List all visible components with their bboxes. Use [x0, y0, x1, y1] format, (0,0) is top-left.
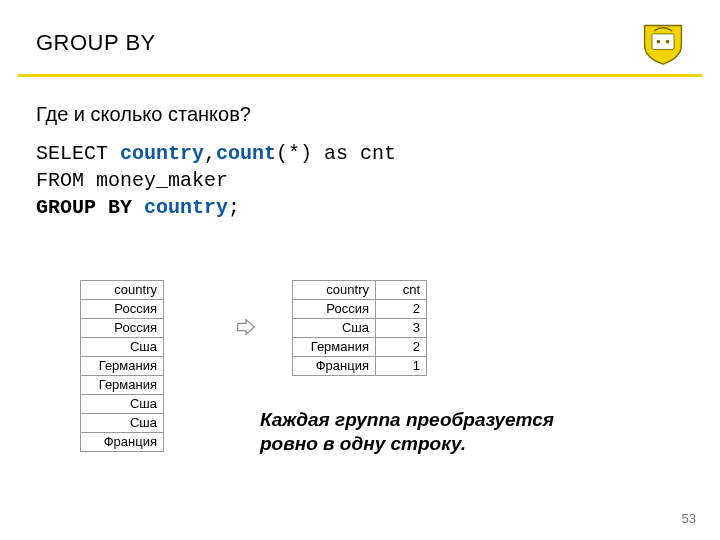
- result-header-country: country: [293, 281, 376, 300]
- cell: Россия: [81, 300, 164, 319]
- cell: Германия: [293, 338, 376, 357]
- sql-comma: ,: [204, 142, 216, 165]
- cell: Россия: [293, 300, 376, 319]
- arrow-right-icon: [235, 316, 257, 342]
- cell: Сша: [81, 414, 164, 433]
- table-row: Россия 2: [293, 300, 427, 319]
- result-header-cnt: cnt: [376, 281, 427, 300]
- cell: Сша: [81, 395, 164, 414]
- page-number: 53: [682, 511, 696, 526]
- cell: 1: [376, 357, 427, 376]
- question-text: Где и сколько станков?: [36, 103, 720, 126]
- cell: 2: [376, 300, 427, 319]
- input-table-header: country: [81, 281, 164, 300]
- brand-logo-icon: [640, 20, 686, 66]
- slide-title: GROUP BY: [36, 30, 156, 56]
- cell: Германия: [81, 357, 164, 376]
- cell: Россия: [81, 319, 164, 338]
- svg-point-2: [666, 40, 670, 44]
- table-row: Сша: [81, 395, 164, 414]
- table-row: Сша: [81, 414, 164, 433]
- sql-code-block: SELECT country,count(*) as cnt FROM mone…: [36, 140, 720, 221]
- sql-groupby-kw: GROUP BY: [36, 196, 144, 219]
- table-row: Россия: [81, 319, 164, 338]
- sql-semicolon: ;: [228, 196, 240, 219]
- sql-count-tail: (*) as cnt: [276, 142, 396, 165]
- sql-func-count: count: [216, 142, 276, 165]
- table-row: Сша 3: [293, 319, 427, 338]
- svg-rect-0: [652, 34, 674, 50]
- cell: Сша: [81, 338, 164, 357]
- explanation-caption: Каждая группа преобразуется ровно в одну…: [260, 408, 590, 456]
- table-row: Германия: [81, 376, 164, 395]
- sql-from-line: FROM money_maker: [36, 169, 228, 192]
- input-table: country Россия Россия Сша Германия Герма…: [80, 280, 164, 452]
- cell: Франция: [293, 357, 376, 376]
- sql-groupby-col: country: [144, 196, 228, 219]
- table-row: Франция: [81, 433, 164, 452]
- table-row: Германия 2: [293, 338, 427, 357]
- sql-col-country: country: [120, 142, 204, 165]
- cell: Сша: [293, 319, 376, 338]
- table-row: Сша: [81, 338, 164, 357]
- table-row: Германия: [81, 357, 164, 376]
- table-row: Россия: [81, 300, 164, 319]
- cell: Германия: [81, 376, 164, 395]
- svg-point-1: [657, 40, 661, 44]
- header-rule: [18, 74, 702, 77]
- result-table: country cnt Россия 2 Сша 3 Германия 2 Фр…: [292, 280, 427, 376]
- cell: 2: [376, 338, 427, 357]
- cell: 3: [376, 319, 427, 338]
- cell: Франция: [81, 433, 164, 452]
- sql-select-kw: SELECT: [36, 142, 120, 165]
- table-row: Франция 1: [293, 357, 427, 376]
